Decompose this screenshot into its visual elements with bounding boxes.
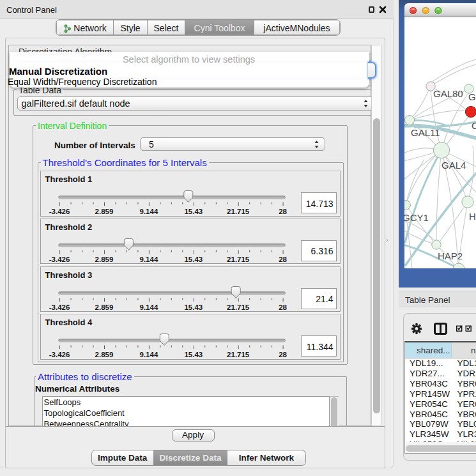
svg-text:15.43: 15.43 (184, 303, 203, 311)
svg-text:9.144: 9.144 (139, 255, 158, 263)
svg-text:15.43: 15.43 (184, 351, 203, 358)
svg-text:2.859: 2.859 (95, 303, 113, 311)
svg-text:C: C (472, 120, 476, 131)
svg-text:9.144: 9.144 (139, 303, 158, 311)
svg-text:-3.426: -3.426 (49, 351, 70, 358)
svg-text:GAL80: GAL80 (433, 88, 463, 99)
svg-text:21.715: 21.715 (227, 303, 250, 311)
svg-text:21.715: 21.715 (227, 208, 250, 215)
svg-text:15.43: 15.43 (184, 255, 203, 263)
svg-text:-3.426: -3.426 (49, 208, 70, 215)
svg-text:GAL11: GAL11 (411, 127, 440, 138)
svg-text:28: 28 (279, 303, 287, 311)
svg-text:15.43: 15.43 (184, 208, 203, 215)
svg-text:28: 28 (279, 351, 287, 358)
svg-text:2.859: 2.859 (95, 351, 113, 358)
svg-text:9.144: 9.144 (139, 208, 158, 215)
svg-text:GAL3: GAL3 (468, 91, 476, 102)
svg-text:HAP2: HAP2 (438, 250, 463, 261)
svg-text:GAL4: GAL4 (441, 160, 466, 171)
svg-text:GCY1: GCY1 (404, 212, 429, 223)
svg-text:21.715: 21.715 (227, 255, 250, 263)
svg-text:2.859: 2.859 (95, 255, 113, 263)
svg-text:9.144: 9.144 (139, 351, 158, 358)
svg-text:-3.426: -3.426 (49, 255, 70, 263)
svg-text:HIS: HIS (469, 211, 476, 222)
svg-text:2.859: 2.859 (95, 208, 113, 215)
svg-text:21.715: 21.715 (227, 351, 250, 358)
svg-text:-3.426: -3.426 (49, 303, 70, 311)
svg-text:28: 28 (279, 255, 287, 263)
svg-text:28: 28 (279, 208, 287, 215)
